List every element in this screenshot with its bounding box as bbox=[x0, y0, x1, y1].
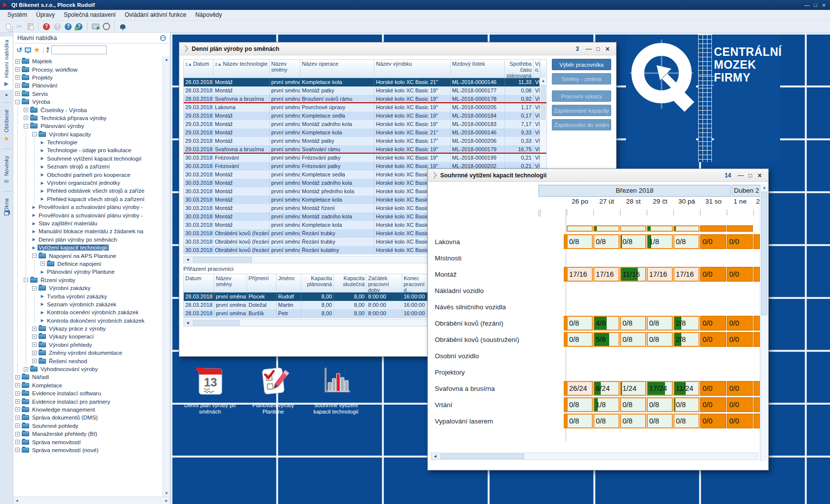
tree-expander-icon[interactable]: + bbox=[13, 59, 22, 64]
minimize-button[interactable]: — bbox=[584, 45, 593, 52]
capacity-cell[interactable]: 0/0 bbox=[700, 332, 726, 347]
tree-expander-icon[interactable]: + bbox=[13, 448, 22, 452]
tree-expander-icon[interactable]: + bbox=[22, 108, 30, 112]
tree-expander-icon[interactable]: + bbox=[13, 75, 22, 80]
capacity-cell[interactable]: 17/16 bbox=[673, 267, 700, 282]
tree-expander-icon[interactable]: + bbox=[13, 423, 22, 428]
column-header[interactable]: Název směny bbox=[270, 60, 300, 78]
tree-item[interactable]: ▶Prověřování a schvalování plánu výroby … bbox=[13, 211, 170, 219]
desktop-icon-daily-plan[interactable]: 13 Denní plán výroby po směnách bbox=[180, 363, 240, 415]
maximize-button[interactable]: □ bbox=[811, 2, 820, 8]
tree-item[interactable]: +Kompletace bbox=[13, 381, 170, 389]
tree-item[interactable]: ▶Technologie - údaje pro kalkulace bbox=[13, 146, 170, 154]
tree-item-selected[interactable]: ▶Vytížení kapacit technologií bbox=[13, 244, 170, 252]
tree-horizontal-scrollbar[interactable]: ◄► bbox=[13, 497, 170, 504]
menu-common-settings[interactable]: Společná nastavení bbox=[59, 10, 120, 20]
month-header-march[interactable]: Březen 2018 bbox=[539, 185, 731, 197]
capacity-cell[interactable]: 0/8 bbox=[673, 234, 700, 249]
table-row[interactable]: 29.03.2018Svařovna a brusírnaprvní směna… bbox=[184, 145, 546, 154]
capacity-cell[interactable]: 0/0 bbox=[727, 414, 753, 428]
tree-expander-icon[interactable]: + bbox=[13, 440, 22, 444]
capacity-cell[interactable]: 1/24 bbox=[620, 381, 646, 396]
tree-item[interactable]: +Technická příprava výroby bbox=[13, 114, 170, 122]
capacity-cell[interactable]: 0/8 bbox=[647, 397, 673, 412]
tree-item[interactable]: +Výkazy kooperací bbox=[13, 333, 170, 340]
column-header[interactable]: Kapacita skutečná bbox=[334, 274, 367, 292]
capacity-cell[interactable]: 11/24 bbox=[673, 381, 700, 396]
capacity-cell[interactable]: 1/8 bbox=[593, 397, 620, 412]
tree-item[interactable]: ▶Seznam strojů a zařízení bbox=[13, 163, 170, 170]
table-row[interactable]: 29.03.2018Montážprvní směnaKompletace ko… bbox=[184, 128, 546, 137]
capacity-cell[interactable]: 0/0 bbox=[727, 234, 753, 249]
tree-item[interactable]: +Servis bbox=[13, 90, 170, 98]
help-bubble-icon[interactable] bbox=[160, 35, 166, 41]
tree-item[interactable]: +Definice napojení bbox=[13, 260, 170, 268]
capacity-cell[interactable]: 0/8 bbox=[620, 332, 646, 347]
day-header[interactable]: 1 ne bbox=[727, 198, 753, 208]
tree-expander-icon[interactable]: − bbox=[30, 286, 39, 291]
desktop-icon-capacity[interactable]: Souhrnné vytížení kapacit technologií bbox=[306, 363, 366, 415]
tree-item[interactable]: ▶Souhrnné vytížení kapacit technologií bbox=[13, 155, 170, 163]
tree-item[interactable]: ▶Technologie bbox=[13, 138, 170, 146]
tree-item[interactable]: ▶Prověřování a schvalování plánu výroby … bbox=[13, 203, 170, 211]
tree-expander-icon[interactable]: − bbox=[30, 132, 39, 136]
capacity-cell[interactable]: 0/8 bbox=[620, 414, 646, 428]
desktop-icon-plantune[interactable]: Plánování výroby Plantune bbox=[244, 363, 303, 415]
tree-item[interactable]: +Projekty bbox=[13, 74, 170, 82]
capacity-cell[interactable]: 0/8 bbox=[567, 234, 593, 249]
maximize-button[interactable]: □ bbox=[593, 45, 603, 52]
table-row[interactable]: 28.03.2018první směnaBuršíkPetr8,008,008… bbox=[184, 309, 433, 318]
capacity-cell[interactable]: 17/24 bbox=[647, 381, 673, 396]
column-header[interactable]: Název výrobku bbox=[374, 60, 451, 78]
tree-item[interactable]: ▶Stav zajištění materiálu bbox=[13, 219, 170, 227]
tree-expander-icon[interactable]: + bbox=[13, 383, 22, 387]
capacity-cell[interactable]: 0/0 bbox=[727, 267, 753, 282]
capacity-cell[interactable]: 2/8 bbox=[673, 332, 700, 347]
tree-expander-icon[interactable]: − bbox=[13, 100, 22, 104]
tab-favorites[interactable]: Oblíbené ★ bbox=[0, 106, 13, 145]
capacity-cell[interactable]: 0/8 bbox=[567, 414, 593, 428]
close-button[interactable]: × bbox=[820, 1, 828, 9]
tree-item[interactable]: +Evidence instalací softwaru bbox=[13, 389, 170, 397]
context-help-icon[interactable]: ? bbox=[42, 22, 51, 31]
cut-icon[interactable] bbox=[14, 22, 24, 31]
capacity-cell[interactable]: 4/8 bbox=[593, 316, 620, 331]
capacity-cell[interactable]: 6/24 bbox=[593, 381, 620, 396]
capacity-cell[interactable]: 5/8 bbox=[593, 332, 620, 347]
capacity-cell[interactable]: 0/0 bbox=[727, 397, 753, 412]
favorite-star-icon[interactable]: ★ bbox=[34, 45, 40, 54]
sort-az-icon[interactable]: AZ bbox=[46, 47, 49, 53]
tree-item[interactable]: +Správa dokumentů (DMS) bbox=[13, 414, 170, 421]
window-title-bar[interactable]: Souhrnné vytížení kapacit technologií 14… bbox=[428, 169, 768, 182]
table-row[interactable]: 29.03.2018Montážprvní směnaMontáž zadníh… bbox=[184, 120, 546, 128]
column-header[interactable]: Mzdový lístek bbox=[451, 60, 505, 78]
tree-item[interactable]: +Výkazy práce z výroby bbox=[13, 325, 170, 333]
tree-item[interactable]: +Správa nemovitostí bbox=[13, 438, 170, 446]
minimize-button[interactable]: — bbox=[803, 2, 811, 8]
monitor-icon[interactable] bbox=[25, 47, 31, 52]
tree-expander-icon[interactable]: + bbox=[30, 342, 39, 347]
action-button[interactable]: Výběr pracovníka bbox=[552, 59, 611, 70]
column-header[interactable]: Název směny bbox=[214, 274, 247, 292]
day-header[interactable]: 30 pá bbox=[673, 198, 700, 208]
capacity-cell[interactable]: 0/8 bbox=[647, 414, 673, 428]
tree-item[interactable]: ▶Seznam výrobních zakázek bbox=[13, 300, 170, 308]
table-row[interactable]: 28.03.2018Montážprvní směnaMontáž patkyH… bbox=[184, 86, 546, 95]
capacity-hscrollbar[interactable]: ◄ bbox=[431, 453, 758, 460]
tree-expander-icon[interactable]: + bbox=[13, 391, 22, 396]
tree-expander-icon[interactable]: + bbox=[39, 261, 47, 266]
tree-item[interactable]: +Procesy, workflow bbox=[13, 65, 170, 73]
capacity-cell[interactable]: 0/0 bbox=[727, 332, 753, 347]
tree-expander-icon[interactable]: − bbox=[22, 124, 30, 128]
tree-expander-icon[interactable]: + bbox=[22, 116, 30, 120]
menu-system[interactable]: Systém bbox=[3, 10, 32, 20]
tree-expander-icon[interactable]: + bbox=[13, 432, 22, 436]
capacity-cell[interactable]: 1/8 bbox=[647, 234, 673, 249]
capacity-cell[interactable]: 0/8 bbox=[647, 332, 673, 347]
tree-item[interactable]: ▶Kontrola dokončení výrobních zakázek bbox=[13, 317, 170, 325]
column-header[interactable]: Začátek pracovní doby bbox=[367, 274, 402, 292]
table-row[interactable]: 28.03.2018první směnaDoležalMartin8,008,… bbox=[184, 301, 433, 309]
tree-item[interactable]: +Výrobní přehledy bbox=[13, 341, 170, 349]
tree-item[interactable]: ▶Přehled odstávek všech strojů a zaříze bbox=[13, 187, 170, 195]
tree-expander-icon[interactable]: + bbox=[13, 91, 22, 96]
